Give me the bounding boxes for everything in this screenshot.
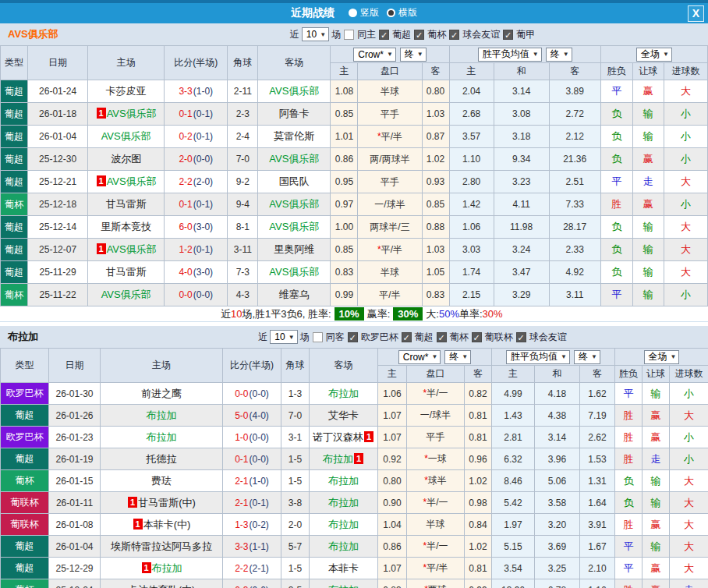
odds-final-select[interactable]: 终▼ xyxy=(444,350,471,364)
red-card-badge: 1 xyxy=(97,108,106,119)
result-goals: 大 xyxy=(664,239,707,261)
home-team-cell: 1甘马雷斯(中) xyxy=(101,492,223,514)
avg-draw-odds: 3.47 xyxy=(494,261,549,284)
handicap-label: 半/一 xyxy=(427,540,448,551)
handicap-cell: *半/一 xyxy=(407,492,465,514)
close-button[interactable]: X xyxy=(688,5,704,22)
avg-final-select[interactable]: 终▼ xyxy=(546,48,572,62)
home-team-cell: AVS俱乐部 xyxy=(88,284,165,306)
odds-company-select[interactable]: Crow*▼ xyxy=(398,350,441,364)
matches-count-select[interactable]: 10▼ xyxy=(302,27,329,41)
handicap-label: 两球 xyxy=(428,584,447,588)
filter-checkbox[interactable]: ✓ xyxy=(379,30,389,40)
away-odds: 1.02 xyxy=(465,536,492,558)
red-card-badge: 1 xyxy=(128,497,137,508)
team-label: 布拉加 xyxy=(147,431,177,443)
home-team-cell: 费珐 xyxy=(101,470,223,492)
filter-checkbox[interactable] xyxy=(313,332,323,342)
fulltime-score: 1-2 xyxy=(179,244,192,255)
league-badge: 葡超 xyxy=(1,405,49,427)
handicap-cell: 一/球半 xyxy=(407,405,465,427)
match-date: 26-01-04 xyxy=(28,126,88,148)
matches-count-select[interactable]: 10▼ xyxy=(270,330,297,344)
handicap-cell: 两球半/三 xyxy=(358,216,422,239)
home-team-cell: 托德拉 xyxy=(101,448,223,470)
avg-home-odds: 1.06 xyxy=(449,216,494,239)
league-filter-label: 葡超 xyxy=(392,28,411,41)
halftime-score: (3-0) xyxy=(193,221,213,232)
odds-final-select[interactable]: 终▼ xyxy=(400,48,427,62)
avg-home-odds: 1.42 xyxy=(449,193,494,216)
score-cell: 1-0(0-0) xyxy=(223,427,281,448)
avg-final-select[interactable]: 终▼ xyxy=(574,350,600,364)
away-team-cell: 布拉加 xyxy=(310,470,378,492)
corner-count: 5-7 xyxy=(281,536,310,558)
result-handicap: 赢 xyxy=(643,405,670,427)
dropdown-arrow-icon: ▼ xyxy=(561,353,567,360)
select-value: 全场 xyxy=(649,350,667,363)
home-odds: 1.08 xyxy=(331,80,358,103)
away-odds: 0.85 xyxy=(422,193,449,216)
select-value: 胜平负均值 xyxy=(511,350,558,363)
filter-checkbox[interactable]: ✓ xyxy=(516,332,526,342)
result-goals: 大 xyxy=(670,470,708,492)
filter-controls: 近10▼场同主✓葡超✓葡杯✓球会友谊✓葡甲 xyxy=(125,27,700,41)
odds-company-select[interactable]: Crow*▼ xyxy=(353,48,396,62)
filter-checkbox[interactable]: ✓ xyxy=(472,332,482,342)
avg-draw-odds: 3.18 xyxy=(494,126,549,148)
column-header: 角球 xyxy=(281,349,310,383)
result-handicap: 走 xyxy=(632,171,664,193)
fulltime-score: 1-3 xyxy=(235,519,248,530)
red-card-badge: 1 xyxy=(97,175,106,186)
column-subheader: 主 xyxy=(378,366,407,383)
column-header: 日期 xyxy=(28,46,88,80)
match-date: 26-01-23 xyxy=(49,427,101,448)
filter-checkbox[interactable]: ✓ xyxy=(449,30,459,40)
result-goals: 走 xyxy=(670,579,708,588)
team-label: 布拉加 xyxy=(147,409,177,421)
away-team-cell: 艾华卡 xyxy=(310,405,378,427)
section-header-bar: AVS俱乐部近10▼场同主✓葡超✓葡杯✓球会友谊✓葡甲 xyxy=(0,23,708,45)
select-value: 终 xyxy=(449,350,458,363)
radio-icon xyxy=(387,9,395,17)
vertical-layout-radio[interactable]: 竖版 xyxy=(349,6,379,19)
corner-count: 1-3 xyxy=(281,383,310,405)
avg-draw-odds: 3.96 xyxy=(535,448,580,470)
home-team-cell: 卡莎皮亚 xyxy=(88,80,165,103)
fulltime-score: 2-0 xyxy=(179,154,192,165)
team-label: 莫雷伦斯 xyxy=(274,130,314,142)
corner-count: 4-3 xyxy=(228,284,258,306)
scope-header-cell: 全场▼ xyxy=(615,349,708,366)
avg-home-odds: 1.97 xyxy=(492,514,535,536)
result-handicap: 输 xyxy=(643,492,670,514)
avg-odds-select[interactable]: 胜平负均值▼ xyxy=(506,350,570,364)
match-date: 25-12-29 xyxy=(49,558,101,579)
team-label: 甘马雷斯(中) xyxy=(138,497,196,508)
result-goals: 大 xyxy=(670,558,708,579)
handicap-cell: *球半 xyxy=(407,470,465,492)
handicap-label: 两/两球半 xyxy=(370,154,409,165)
filter-checkbox[interactable] xyxy=(344,30,354,40)
filter-checkbox[interactable]: ✓ xyxy=(402,332,412,342)
radio-label: 竖版 xyxy=(360,6,379,19)
handicap-cell: *半/一 xyxy=(407,536,465,558)
filter-checkbox[interactable]: ✓ xyxy=(414,30,424,40)
avg-home-odds: 1.43 xyxy=(492,405,535,427)
scope-select[interactable]: 全场▼ xyxy=(636,48,672,62)
handicap-label: 半/一 xyxy=(427,497,448,508)
scope-select[interactable]: 全场▼ xyxy=(644,350,680,364)
filter-checkbox[interactable]: ✓ xyxy=(503,30,513,40)
handicap-cell: 半球 xyxy=(358,80,422,103)
away-team-cell: AVS俱乐部 xyxy=(258,193,331,216)
horizontal-layout-radio[interactable]: 横版 xyxy=(387,6,417,19)
home-odds: 0.92 xyxy=(378,448,407,470)
team-label: 埃斯特雷拉达阿马多拉 xyxy=(111,540,212,552)
away-odds: 1.03 xyxy=(422,239,449,261)
column-subheader: 胜负 xyxy=(600,63,632,80)
avg-odds-select[interactable]: 胜平负均值▼ xyxy=(478,48,542,62)
red-card-badge: 1 xyxy=(364,431,373,442)
column-subheader: 客 xyxy=(549,63,600,80)
filter-checkbox[interactable]: ✓ xyxy=(437,332,447,342)
avg-home-odds: 2.04 xyxy=(449,80,494,103)
filter-checkbox[interactable]: ✓ xyxy=(348,332,358,342)
